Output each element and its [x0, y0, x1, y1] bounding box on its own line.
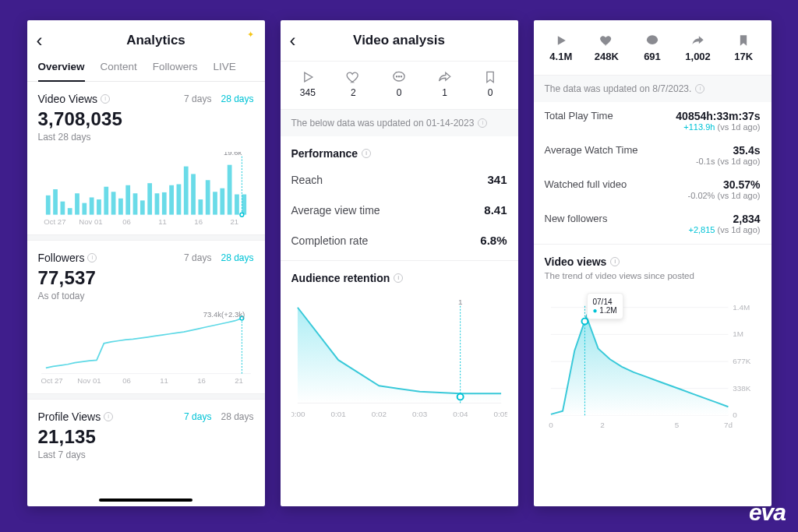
svg-point-49 — [398, 76, 399, 77]
audience-retention-title: Audience retention i — [281, 261, 518, 289]
svg-rect-3 — [67, 208, 72, 214]
metric-total-play-time: Total Play Time 40854h:33m:37s+113.9h (v… — [534, 102, 772, 136]
stat-plays[interactable]: 345 — [285, 69, 331, 98]
svg-rect-16 — [161, 192, 166, 215]
svg-text:338K: 338K — [733, 384, 750, 393]
play-icon — [538, 33, 584, 48]
svg-point-48 — [396, 76, 397, 77]
followers-28d[interactable]: 28 days — [221, 252, 253, 263]
profile-7d[interactable]: 7 days — [184, 411, 211, 422]
svg-text:677K: 677K — [733, 357, 750, 365]
page-title: Analytics — [57, 33, 256, 48]
followers-value: 77,537 — [27, 267, 265, 289]
profile-28d[interactable]: 28 days — [221, 411, 253, 422]
svg-rect-18 — [176, 184, 181, 214]
back-icon[interactable]: ‹ — [290, 30, 310, 51]
range-7d[interactable]: 7 days — [184, 93, 211, 104]
svg-text:0: 0 — [733, 410, 737, 419]
svg-text:0: 0 — [549, 421, 553, 429]
play-icon — [285, 69, 331, 85]
profile-views-header: Profile Views i 7 days 28 days — [27, 400, 265, 426]
heart-icon — [330, 69, 376, 85]
tab-live[interactable]: LIVE — [214, 61, 236, 81]
video-views-trend-chart[interactable]: 1.4M1M677K338K0 0257d 07/14 ● 1.2M — [534, 284, 772, 439]
followers-chart[interactable]: 73.4k(+2.3k) Oct 27Nov 0106111621 — [27, 308, 265, 393]
svg-rect-10 — [118, 199, 123, 215]
svg-text:0:01: 0:01 — [330, 410, 346, 418]
svg-text:0:05: 0:05 — [493, 410, 507, 418]
svg-text:21: 21 — [230, 217, 238, 226]
svg-rect-26 — [235, 195, 239, 215]
chart-tooltip: 07/14 ● 1.2M — [587, 293, 623, 319]
stat-shares[interactable]: 1 — [422, 69, 468, 98]
range-28d[interactable]: 28 days — [221, 93, 253, 104]
metric-completion-rate[interactable]: Completion rate6.8% — [281, 225, 518, 255]
svg-rect-20 — [191, 174, 196, 214]
stat-plays[interactable]: 4.1M — [538, 33, 584, 62]
svg-text:1: 1 — [457, 298, 462, 306]
svg-rect-5 — [82, 203, 87, 215]
video-stats-row: 4.1M 248K 691 1,002 17K — [534, 20, 772, 76]
info-icon[interactable]: i — [101, 94, 110, 104]
video-views-desc: The trend of video views since posted — [545, 271, 761, 280]
svg-text:0:02: 0:02 — [371, 410, 386, 418]
svg-rect-23 — [213, 192, 217, 214]
svg-rect-12 — [132, 193, 137, 214]
sparkle-icon: ✦ — [247, 30, 254, 40]
svg-rect-7 — [97, 199, 101, 215]
svg-text:0:04: 0:04 — [453, 410, 468, 418]
svg-text:19.6k: 19.6k — [223, 152, 242, 157]
info-icon[interactable]: i — [610, 257, 620, 266]
svg-rect-4 — [75, 193, 79, 214]
info-icon[interactable]: i — [87, 253, 97, 262]
info-icon[interactable]: i — [104, 412, 113, 421]
svg-text:7d: 7d — [723, 421, 732, 429]
followers-label: Followers i — [38, 252, 97, 264]
stat-likes[interactable]: 2 — [330, 69, 376, 98]
tab-content[interactable]: Content — [101, 61, 137, 81]
svg-rect-15 — [154, 193, 159, 214]
svg-rect-21 — [198, 199, 203, 215]
stat-comments[interactable]: 0 — [376, 69, 422, 98]
stat-shares[interactable]: 1,002 — [675, 33, 721, 62]
profile-views-value: 21,135 — [27, 426, 265, 448]
followers-header: Followers i 7 days 28 days — [27, 241, 265, 267]
metric-avg-view-time[interactable]: Average view time8.41 — [281, 195, 518, 225]
info-icon[interactable]: i — [695, 84, 704, 93]
stat-bookmarks[interactable]: 0 — [468, 69, 514, 98]
audience-retention-chart[interactable]: 1 0:000:010:020:030:040:05 — [281, 289, 518, 429]
analytics-header: ‹ Analytics ✦ — [27, 20, 265, 61]
stat-comments[interactable]: 691 — [630, 33, 676, 62]
svg-text:Nov 01: Nov 01 — [77, 376, 101, 385]
svg-text:0:03: 0:03 — [411, 410, 427, 418]
comment-icon — [630, 33, 676, 48]
tab-followers[interactable]: Followers — [153, 61, 198, 81]
metric-avg-watch-time: Average Watch Time 35.4s-0.1s (vs 1d ago… — [534, 136, 772, 171]
stat-likes[interactable]: 248K — [584, 33, 630, 62]
video-stats-row: 345 2 0 1 0 — [281, 62, 518, 110]
video-views-chart[interactable]: 19.6k Oct 27Nov 0106111621 — [27, 149, 265, 234]
info-icon[interactable]: i — [394, 273, 403, 283]
svg-text:11: 11 — [160, 376, 168, 385]
video-views-sub: Last 28 days — [27, 130, 265, 149]
svg-rect-24 — [220, 188, 224, 215]
back-icon[interactable]: ‹ — [37, 30, 57, 51]
profile-views-label: Profile Views i — [38, 410, 114, 423]
update-notice: The below data was updated on 01-14-2023… — [281, 110, 518, 136]
svg-rect-14 — [147, 183, 152, 214]
video-views-range-toggle: 7 days 28 days — [184, 93, 253, 104]
info-icon[interactable]: i — [362, 149, 371, 158]
home-indicator — [99, 499, 192, 502]
svg-point-53 — [457, 394, 463, 400]
video-views-value: 3,708,035 — [27, 108, 265, 130]
svg-rect-2 — [60, 202, 65, 215]
tab-overview[interactable]: Overview — [38, 61, 85, 82]
share-icon — [422, 69, 468, 85]
svg-rect-9 — [111, 192, 115, 214]
svg-point-50 — [401, 76, 401, 77]
metric-reach[interactable]: Reach341 — [281, 164, 518, 195]
info-icon[interactable]: i — [478, 118, 487, 128]
stat-bookmarks[interactable]: 17K — [721, 33, 767, 62]
metric-new-followers: New followers 2,834+2,815 (vs 1d ago) — [534, 205, 772, 244]
followers-7d[interactable]: 7 days — [184, 252, 211, 263]
